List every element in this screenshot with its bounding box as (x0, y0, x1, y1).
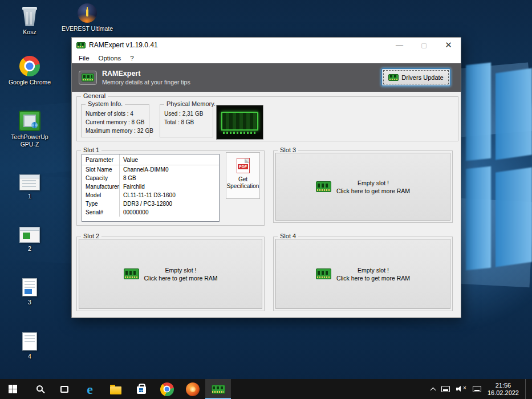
menu-file[interactable]: File (74, 54, 94, 63)
system-tray: 21:56 16.02.2022 (431, 379, 532, 399)
volume-muted-icon[interactable] (456, 385, 466, 393)
document-icon (22, 278, 37, 296)
table-row: Model CL11-11-11 D3-1600 (82, 191, 219, 199)
table-cell-parameter: Manufacturer (82, 182, 120, 191)
tray-expand-icon[interactable] (430, 387, 436, 393)
store-icon (137, 386, 146, 394)
empty-slot-text: Empty slot ! Click here to get more RAM (336, 266, 410, 282)
desktop-icon-4[interactable]: 4 (6, 332, 54, 360)
physical-memory-rows: Used : 2,31 GB Total : 8 GB (160, 105, 213, 127)
drivers-update-label: Drivers Update (401, 74, 443, 81)
empty-slot-title: Empty slot ! (336, 179, 410, 187)
app-name: RAMExpert (102, 70, 190, 78)
taskbar-explorer-button[interactable] (103, 379, 128, 399)
slot1-groupbox: Slot 1 Parameter Value Slot Name Channel… (76, 150, 265, 226)
slot1-table: Parameter Value Slot Name ChannelA-DIMM0… (82, 154, 220, 222)
table-header-parameter: Parameter (82, 154, 120, 165)
maximize-button[interactable]: ▢ (412, 38, 436, 52)
taskbar-clock[interactable]: 21:56 16.02.2022 (488, 382, 519, 397)
start-button[interactable] (0, 379, 26, 399)
table-cell-value: CL11-11-11 D3-1600 (120, 192, 219, 198)
task-view-button[interactable] (51, 379, 77, 399)
close-button[interactable]: ✕ (436, 38, 461, 52)
system-info-rows: Number of slots : 4 Current memory : 8 G… (82, 105, 149, 135)
desktop-icon-label: Kosz (23, 28, 36, 36)
get-specification-label: Get Specification (226, 176, 259, 190)
taskbar-search-button[interactable] (26, 379, 51, 399)
task-view-icon (60, 386, 68, 393)
minimize-button[interactable]: — (387, 38, 412, 52)
taskbar-edge-button[interactable]: e (77, 379, 103, 399)
memory-illustration (216, 105, 263, 140)
desktop-icon-gpuz[interactable]: TechPowerUp GPU-Z (6, 111, 54, 148)
folder-icon (110, 386, 121, 394)
desktop-icon-2[interactable]: 2 (6, 227, 54, 253)
chrome-icon (19, 56, 40, 76)
table-header-row: Parameter Value (82, 154, 219, 165)
ram-icon (316, 268, 331, 279)
desktop-icon-3[interactable]: 3 (6, 278, 54, 306)
empty-slot-subtitle: Click here to get more RAM (336, 274, 410, 282)
window-thumbnail-icon (19, 174, 40, 190)
search-icon (36, 385, 43, 392)
menu-bar: File Options ? (72, 52, 461, 63)
empty-slot-subtitle: Click here to get more RAM (336, 187, 410, 195)
table-row: Slot Name ChannelA-DIMM0 (82, 165, 219, 174)
menu-options[interactable]: Options (94, 54, 126, 63)
desktop-icon-1[interactable]: 1 (6, 174, 54, 200)
system-info-row: Maximum memory : 32 GB (86, 127, 149, 135)
slot3-empty-panel[interactable]: Empty slot ! Click here to get more RAM (275, 153, 450, 221)
wallpaper-pane (466, 63, 491, 161)
chrome-icon (160, 382, 174, 396)
system-info-groupbox: System Info. Number of slots : 4 Current… (81, 104, 149, 137)
desktop-icon-everest[interactable]: EVEREST Ultimate (60, 3, 115, 32)
system-info-row: Number of slots : 4 (86, 109, 149, 118)
ram-icon (316, 181, 331, 192)
system-info-row: Current memory : 8 GB (86, 118, 149, 127)
table-cell-parameter: Model (82, 191, 120, 199)
drivers-update-button[interactable]: Drivers Update (381, 68, 450, 86)
touch-keyboard-icon[interactable] (473, 386, 481, 392)
desktop-icon-google-chrome[interactable]: Google Chrome (6, 56, 54, 86)
table-row: Serial# 00000000 (82, 208, 219, 217)
menu-help[interactable]: ? (125, 54, 138, 63)
taskbar-ramexpert-button[interactable] (205, 379, 231, 399)
orange-app-icon (186, 382, 200, 396)
taskbar-chrome-button[interactable] (154, 379, 180, 399)
pdf-icon: PDF (237, 158, 250, 173)
windows-logo-icon (9, 385, 17, 393)
physical-memory-groupbox: Physical Memory. Used : 2,31 GB Total : … (160, 104, 213, 137)
table-cell-value: 8 GB (120, 175, 219, 181)
clock-time: 21:56 (488, 382, 519, 389)
wallpaper-pane (496, 168, 532, 267)
table-cell-value: ChannelA-DIMM0 (120, 166, 219, 173)
pdf-badge: PDF (238, 164, 248, 169)
table-cell-value: DDR3 / PC3-12800 (120, 201, 219, 207)
slot4-empty-panel[interactable]: Empty slot ! Click here to get more RAM (275, 239, 450, 309)
desktop-icon-recycle-bin[interactable]: Kosz (6, 6, 54, 36)
physical-memory-label: Physical Memory. (164, 100, 218, 107)
table-row: Manufacturer Fairchild (82, 182, 219, 191)
ram-icon (124, 268, 139, 279)
taskbar-store-button[interactable] (128, 379, 154, 399)
app-icon (76, 42, 86, 48)
title-bar[interactable]: RAMExpert v1.19.0.41 — ▢ ✕ (72, 38, 461, 52)
network-icon[interactable] (441, 386, 450, 392)
clock-date: 16.02.2022 (488, 389, 519, 397)
get-specification-button[interactable]: PDF Get Specification (226, 152, 260, 199)
wallpaper-pane (466, 166, 491, 271)
general-groupbox: General System Info. Number of slots : 4… (76, 96, 458, 141)
table-cell-parameter: Slot Name (82, 165, 120, 174)
ram-icon (388, 74, 399, 81)
slot2-empty-panel[interactable]: Empty slot ! Click here to get more RAM (79, 239, 262, 309)
taskbar-app-button[interactable] (180, 379, 205, 399)
window-controls: — ▢ ✕ (387, 38, 461, 52)
desktop-icon-label: TechPowerUp GPU-Z (6, 133, 54, 148)
physical-memory-row: Total : 8 GB (164, 118, 213, 127)
table-header-value: Value (120, 156, 219, 163)
edge-icon: e (87, 382, 93, 396)
window-body: General System Info. Number of slots : 4… (72, 92, 461, 319)
slot3-groupbox: Slot 3 Empty slot ! Click here to get mo… (273, 150, 453, 223)
wallpaper-pane (496, 68, 532, 160)
show-desktop-button[interactable] (525, 379, 527, 399)
